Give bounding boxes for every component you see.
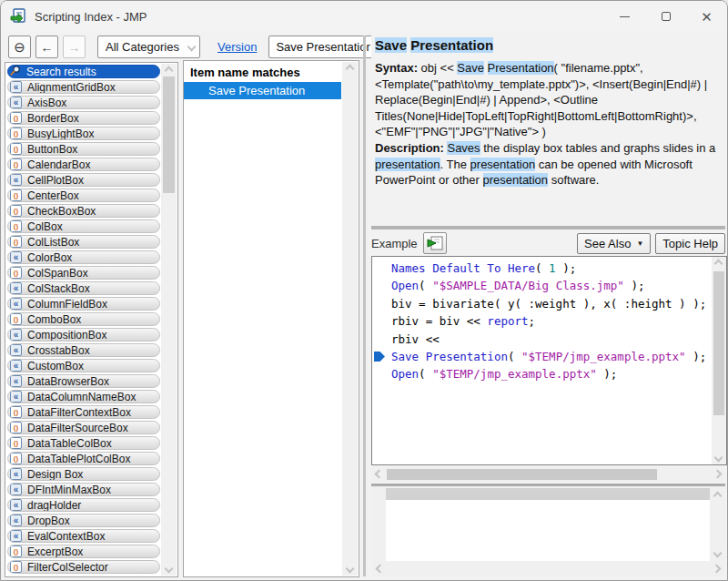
sidebar-item-cellplotbox[interactable]: «CellPlotBox [7,173,160,187]
result-item[interactable]: Save Presentation [184,82,341,99]
search-match-highlight: Saves [447,141,480,155]
sidebar-item-label: DataFilterSourceBox [27,422,128,434]
scroll-up-icon[interactable] [346,65,355,74]
output-content-area[interactable] [386,488,710,561]
sidebar-item-columnfieldbox[interactable]: «ColumnFieldBox [7,297,160,311]
constructor-box-icon: () [10,437,22,449]
scroll-left-icon[interactable] [375,470,384,479]
constructor-box-icon: () [10,236,22,248]
sidebar-item-alignmentgridbox[interactable]: «AlignmentGridBox [7,80,160,94]
sidebar-item-datafiltersourcebox[interactable]: ()DataFilterSourceBox [7,421,160,434]
horizontal-splitter-top[interactable] [371,226,725,229]
sidebar-item-datatableplotcolbox[interactable]: ()DataTablePlotColBox [7,452,160,465]
vertical-splitter[interactable] [363,36,366,576]
sidebar-item-dropbox[interactable]: «DropBox [7,514,160,527]
sidebar-item-combobox[interactable]: ()ComboBox [7,312,160,326]
scroll-down-icon[interactable] [713,549,723,558]
sidebar-item-collistbox[interactable]: ()ColListBox [7,235,160,249]
scroll-down-icon[interactable] [714,454,723,463]
left-list-scrollbar[interactable] [161,64,177,576]
text-segment: Description: [375,141,444,155]
scroll-up-icon[interactable] [714,260,723,269]
output-vertical-scrollbar[interactable] [711,488,725,561]
topic-help-button[interactable]: Topic Help [655,233,725,254]
category-dropdown[interactable]: All Categories [97,36,200,58]
output-top-strip [386,488,710,500]
output-horizontal-scrollbar[interactable] [371,562,725,576]
sidebar-item-excerptbox[interactable]: ()ExcerptBox [7,545,160,558]
search-match-highlight: presentation [483,173,549,187]
left-scrollbar-thumb[interactable] [163,76,175,193]
scroll-right-icon[interactable] [713,565,722,574]
scroll-down-icon[interactable] [346,565,355,574]
sidebar-item-colorbox[interactable]: «ColorBox [7,250,160,264]
sidebar-item-design-box[interactable]: «Design Box [7,467,160,481]
title-bar[interactable]: Scripting Index - JMP ✕ [1,1,727,32]
scroll-up-icon[interactable] [713,492,723,501]
scroll-right-icon[interactable] [713,470,723,479]
code-hscroll-thumb[interactable] [387,469,657,480]
code-vscroll-thumb[interactable] [713,271,724,415]
back-button[interactable]: ← [35,36,58,58]
code-token: ); [686,350,707,363]
code-horizontal-scrollbar[interactable] [371,467,725,482]
sidebar-item-borderbox[interactable]: ()BorderBox [7,111,160,125]
code-token: ( [535,261,549,275]
sidebar-item-filtercolselector[interactable]: ()FilterColSelector [7,560,160,574]
sidebar-item-databrowserbox[interactable]: «DataBrowserBox [7,374,160,388]
sidebar-item-label: AxisBox [27,97,66,109]
code-line: rbiv << [372,331,711,348]
sidebar-item-dfintminmaxbox[interactable]: «DFIntMinMaxBox [7,483,160,496]
maximize-button[interactable] [645,1,686,32]
results-header: Item name matches [184,61,359,82]
run-script-button[interactable] [423,232,447,254]
display-box-icon: « [10,360,22,372]
sidebar-item-label: AlignmentGridBox [27,81,116,94]
code-token: ( [419,367,432,381]
constructor-box-icon: () [10,220,22,232]
sidebar-item-datacolumnnamebox[interactable]: «DataColumnNameBox [7,390,160,403]
forward-button[interactable]: → [63,36,86,58]
sidebar-item-label: FilterColSelector [27,561,108,574]
code-token: "$TEMP/jmp_example.pptx" [432,367,597,381]
text-segment: obj << [418,61,457,75]
constructor-box-icon: () [10,127,22,139]
syntax-text: Syntax: obj << Save Presentation( "filen… [375,60,724,140]
sidebar-item-search-results[interactable]: Search results [7,65,160,78]
sidebar-item-checkboxbox[interactable]: ()CheckBoxBox [7,204,160,218]
sidebar-item-calendarbox[interactable]: ()CalendarBox [7,158,160,171]
version-link[interactable]: Version [217,40,257,54]
scroll-down-icon[interactable] [165,565,174,574]
sidebar-item-buttonbox[interactable]: ()ButtonBox [7,142,160,156]
sidebar-item-colbox[interactable]: ()ColBox [7,219,160,233]
sidebar-item-evalcontextbox[interactable]: «EvalContextBox [7,529,160,543]
sidebar-item-datafiltercontextbox[interactable]: ()DataFilterContextBox [7,405,160,419]
sidebar-item-label: CenterBox [27,189,79,202]
sidebar-item-busylightbox[interactable]: ()BusyLightBox [7,127,160,140]
sidebar-item-colspanbox[interactable]: ()ColSpanBox [7,266,160,280]
example-code-editor[interactable]: Names Default To Here( 1 );Open( "$SAMPL… [371,256,727,465]
scroll-left-icon[interactable] [376,565,385,574]
close-button[interactable]: ✕ [686,1,727,32]
code-token: report [487,314,528,328]
sidebar-item-compositionbox[interactable]: «CompositionBox [7,328,160,341]
sidebar-item-colstackbox[interactable]: «ColStackBox [7,281,160,295]
sidebar-item-label: dragHolder [27,499,81,512]
sidebar-item-label: DataTableColBox [27,437,112,450]
minimize-button[interactable] [604,1,645,32]
sidebar-item-dragholder[interactable]: «dragHolder [7,498,160,512]
sidebar-item-centerbox[interactable]: ()CenterBox [7,189,160,202]
search-input[interactable] [269,40,374,54]
constructor-box-icon: () [10,406,22,418]
code-vertical-scrollbar[interactable] [712,257,726,464]
collapse-button[interactable]: ⊖ [8,36,31,58]
results-scrollbar[interactable] [342,62,358,576]
scroll-up-icon[interactable] [165,66,174,76]
constructor-box-icon: () [10,313,22,325]
sidebar-item-axisbox[interactable]: «AxisBox [7,96,160,109]
sidebar-item-datatablecolbox[interactable]: ()DataTableColBox [7,436,160,450]
sidebar-item-crosstabbox[interactable]: «CrosstabBox [7,343,160,357]
code-line: Open( "$TEMP/jmp_example.pptx" ); [372,365,711,382]
see-also-button[interactable]: See Also ▼ [577,233,651,254]
sidebar-item-custombox[interactable]: «CustomBox [7,359,160,372]
